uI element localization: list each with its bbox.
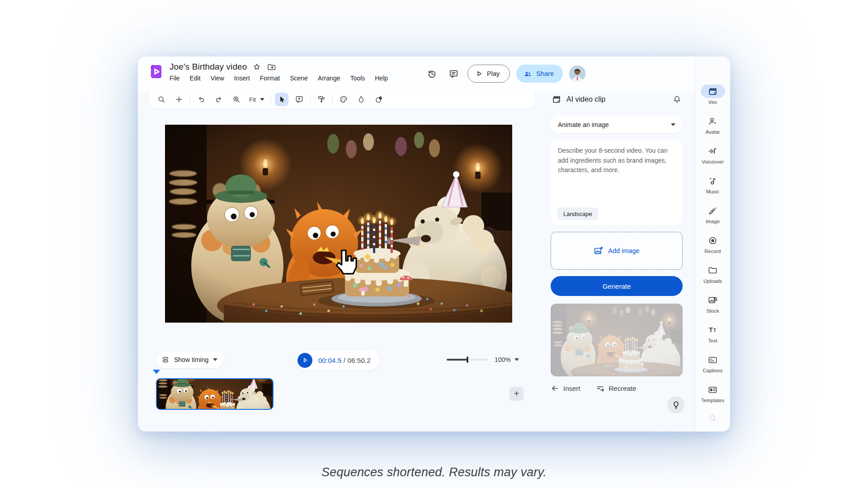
panel-title: AI video clip — [566, 95, 605, 103]
fit-zoom-dropdown[interactable]: Fit — [247, 96, 266, 103]
timeline-clip-thumbnail[interactable] — [156, 378, 274, 410]
add-scene-button[interactable]: + — [509, 387, 524, 401]
star-icon[interactable] — [252, 62, 261, 71]
select-cursor-tool-button[interactable] — [275, 93, 288, 106]
menu-view[interactable]: View — [207, 73, 228, 83]
document-title[interactable]: Joe's Birthday video — [170, 62, 247, 72]
comment-add-tool-button[interactable] — [292, 93, 306, 106]
timing-rows-icon — [161, 356, 170, 364]
editor-toolbar: Fit — [149, 91, 535, 108]
menu-bar: File Edit View Insert Format Scene Arran… — [166, 73, 392, 83]
menu-edit[interactable]: Edit — [186, 73, 204, 83]
menu-arrange[interactable]: Arrange — [314, 73, 344, 83]
timeline-zoom-controls: 100% — [447, 351, 519, 368]
rail-item-music[interactable]: Music — [697, 174, 729, 197]
add-tool-button[interactable] — [172, 93, 186, 106]
zoom-level-dropdown[interactable]: 100% — [495, 356, 519, 363]
show-timing-dropdown[interactable]: Show timing — [156, 351, 224, 368]
toolbar-divider — [270, 95, 271, 104]
svg-text:T: T — [713, 328, 717, 333]
generate-button[interactable]: Generate — [551, 276, 683, 296]
timeline-zoom-slider[interactable] — [447, 357, 487, 363]
chevron-down-icon — [671, 123, 675, 126]
animation-mode-dropdown[interactable]: Animate an image — [551, 116, 683, 133]
rail-item-stock[interactable]: Stock — [697, 293, 729, 317]
menu-tools[interactable]: Tools — [347, 73, 369, 83]
uploads-folder-icon — [708, 265, 718, 276]
toolbar-divider — [332, 95, 333, 104]
rail-item-record[interactable]: Record — [697, 234, 729, 257]
playback-control: 00:04.5 / 06:50.2 — [296, 350, 379, 370]
add-image-dropzone[interactable]: Add image — [551, 232, 683, 270]
generated-clip-preview[interactable] — [551, 304, 683, 376]
menu-help[interactable]: Help — [371, 73, 392, 83]
rail-label-record: Record — [704, 249, 721, 254]
redo-button[interactable] — [212, 93, 226, 106]
slider-track-empty — [469, 359, 487, 361]
insert-label: Insert — [563, 385, 580, 392]
insert-button[interactable]: Insert — [551, 384, 580, 393]
rail-item-uploads[interactable]: Uploads — [697, 263, 729, 287]
video-canvas[interactable] — [165, 125, 512, 323]
avatar-rail-icon — [708, 116, 718, 127]
menu-insert[interactable]: Insert — [231, 73, 254, 83]
rail-label-uploads: Uploads — [703, 278, 722, 284]
canvas-scene-image — [165, 125, 512, 323]
comment-button[interactable] — [446, 66, 461, 81]
playback-time: 00:04.5 / 06:50.2 — [318, 357, 371, 364]
prompt-textarea[interactable]: Describe your 8-second video. You can ad… — [551, 139, 683, 226]
rail-item-veo[interactable]: Veo — [697, 84, 729, 108]
rail-item-voiceover[interactable]: Voiceover — [697, 144, 729, 168]
chevron-down-icon — [213, 358, 217, 361]
app-window: Joe's Birthday video File Edit View Inse… — [138, 56, 730, 432]
show-timing-label: Show timing — [174, 356, 208, 363]
slider-handle[interactable] — [467, 357, 468, 363]
toolbar-divider — [310, 95, 311, 104]
rail-item-image[interactable]: Image — [697, 204, 729, 227]
time-current: 00:04.5 — [318, 357, 341, 364]
share-people-icon — [524, 70, 532, 78]
zoom-in-tool-button[interactable] — [230, 93, 243, 106]
menu-scene[interactable]: Scene — [286, 73, 311, 83]
templates-icon — [708, 385, 718, 395]
svg-text:T: T — [709, 326, 713, 333]
tips-lightbulb-button[interactable] — [667, 396, 684, 413]
prompt-placeholder: Describe your 8-second video. You can ad… — [558, 146, 675, 175]
animation-mode-value: Animate an image — [558, 121, 609, 128]
text-icon: TT — [708, 325, 718, 335]
time-separator: / — [341, 357, 347, 364]
time-total: 06:50.2 — [348, 357, 371, 364]
adjust-color-tool-button[interactable] — [372, 93, 386, 106]
droplet-tool-button[interactable] — [354, 93, 368, 106]
rail-label-avatar: Avatar — [705, 129, 720, 135]
timeline-play-button[interactable] — [297, 353, 312, 368]
share-button[interactable]: Share — [516, 65, 563, 83]
paint-format-tool-button[interactable] — [315, 93, 328, 106]
recreate-icon — [596, 384, 605, 393]
rail-label-veo: Veo — [708, 99, 717, 105]
search-tool-button[interactable] — [155, 93, 168, 106]
palette-tool-button[interactable] — [337, 93, 350, 106]
account-avatar[interactable] — [569, 66, 585, 82]
zoom-level-value: 100% — [495, 356, 511, 363]
rail-item-text[interactable]: TT Text — [697, 323, 729, 347]
recreate-label: Recreate — [609, 385, 637, 392]
vids-app-logo-icon[interactable] — [148, 64, 164, 80]
image-plus-icon — [594, 246, 604, 256]
play-button[interactable]: Play — [467, 65, 510, 83]
undo-button[interactable] — [194, 93, 208, 106]
rail-item-captions[interactable]: Captions — [697, 353, 729, 376]
menu-format[interactable]: Format — [256, 73, 283, 83]
menu-file[interactable]: File — [166, 73, 184, 83]
ai-clip-icon — [552, 94, 561, 104]
move-folder-icon[interactable] — [267, 62, 276, 72]
landscape-chip[interactable]: Landscape — [557, 207, 598, 220]
bell-icon[interactable] — [672, 95, 682, 104]
recreate-button[interactable]: Recreate — [596, 384, 637, 393]
rail-item-avatar[interactable]: Avatar — [697, 114, 729, 138]
stock-media-icon — [708, 295, 718, 305]
rail-item-templates[interactable]: Templates — [697, 383, 729, 406]
captions-icon — [708, 355, 718, 365]
version-history-button[interactable] — [424, 66, 439, 81]
timeline-playhead[interactable] — [153, 370, 160, 374]
